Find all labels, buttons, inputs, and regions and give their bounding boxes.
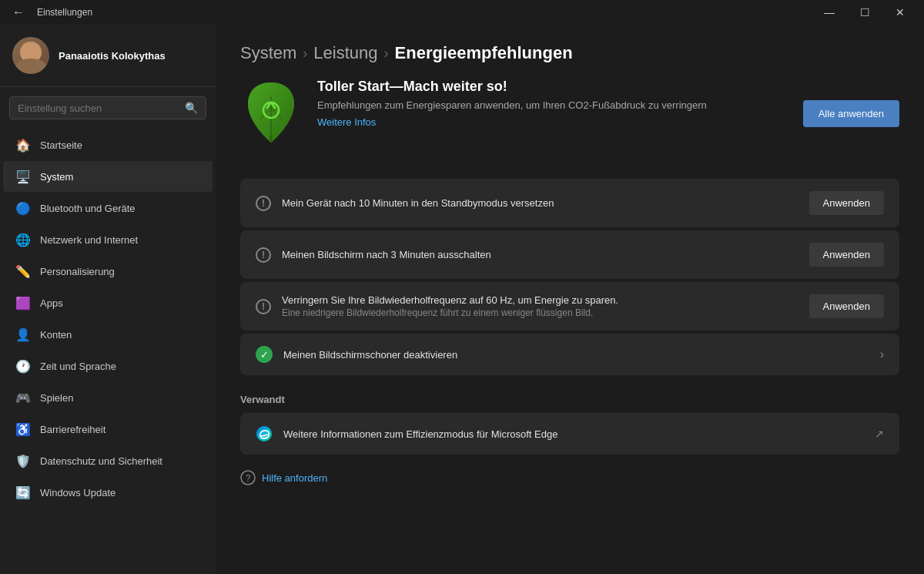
sidebar-item-barrierefreiheit[interactable]: ♿ Barrierefreiheit xyxy=(3,414,213,445)
hero-text: Toller Start—Mach weiter so! Empfehlunge… xyxy=(317,79,788,128)
nav-icon-system: 🖥️ xyxy=(15,169,31,184)
nav-icon-konten: 👤 xyxy=(15,327,31,342)
nav-label-bluetooth: Bluetooth und Geräte xyxy=(40,203,136,214)
related-item-edge[interactable]: Weitere Informationen zum Effizienzmodus… xyxy=(240,413,899,455)
external-link-icon: ↗ xyxy=(875,428,884,440)
maximize-button[interactable]: ☐ xyxy=(847,0,882,25)
close-button[interactable]: ✕ xyxy=(882,0,918,25)
content-area: System›Leistung›Energieempfehlungen xyxy=(216,25,924,574)
hero-description: Empfehlungen zum Energiesparen anwenden,… xyxy=(317,99,788,111)
leaf-icon xyxy=(244,81,298,146)
sidebar-item-konten[interactable]: 👤 Konten xyxy=(3,319,213,350)
nav-label-zeit: Zeit und Sprache xyxy=(40,361,116,372)
sidebar-item-netzwerk[interactable]: 🌐 Netzwerk und Internet xyxy=(3,224,213,255)
rec-text: Meinen Bildschirm nach 3 Minuten ausscha… xyxy=(282,249,798,260)
hero-link[interactable]: Weitere Infos xyxy=(317,116,376,128)
rec-item-bildschirm-aus: ! Meinen Bildschirm nach 3 Minuten aussc… xyxy=(240,230,899,279)
apply-all-button[interactable]: Alle anwenden xyxy=(803,100,899,127)
nav-icon-personalisierung: ✏️ xyxy=(15,264,31,279)
nav-label-datenschutz: Datenschutz und Sicherheit xyxy=(40,455,162,467)
check-icon: ✓ xyxy=(256,346,273,363)
rec-subtitle: Eine niedrigere Bildwiederholfrequenz fü… xyxy=(282,307,798,318)
nav-list: 🏠 Startseite 🖥️ System 🔵 Bluetooth und G… xyxy=(0,129,216,574)
breadcrumb-0[interactable]: System xyxy=(240,43,296,63)
rec-title: Meinen Bildschirmschoner deaktivieren xyxy=(283,349,869,361)
search-box[interactable]: 🔍 xyxy=(9,96,206,119)
nav-label-konten: Konten xyxy=(40,329,72,341)
nav-icon-windows-update: 🔄 xyxy=(15,485,31,500)
rec-item-bildschirmschoner[interactable]: ✓ Meinen Bildschirmschoner deaktivieren … xyxy=(240,334,899,375)
hero-title: Toller Start—Mach weiter so! xyxy=(317,79,788,95)
help-row: ? Hilfe anfordern xyxy=(240,470,899,485)
rec-item-bildwiederholung: ! Verringern Sie Ihre Bildwiederholfrequ… xyxy=(240,282,899,331)
user-profile: Panaaiotis Kolokythas xyxy=(0,25,216,87)
nav-label-spielen: Spielen xyxy=(40,392,73,404)
rec-text: Verringern Sie Ihre Bildwiederholfrequen… xyxy=(282,294,798,318)
breadcrumb-2: Energieempfehlungen xyxy=(395,43,573,63)
rec-text: Meinen Bildschirmschoner deaktivieren xyxy=(283,349,869,361)
rec-title: Meinen Bildschirm nach 3 Minuten ausscha… xyxy=(282,249,798,260)
sidebar-item-zeit[interactable]: 🕐 Zeit und Sprache xyxy=(3,351,213,381)
sidebar: Panaaiotis Kolokythas 🔍 🏠 Startseite 🖥️ … xyxy=(0,25,216,574)
help-icon: ? xyxy=(240,470,256,485)
hero-section: Toller Start—Mach weiter so! Empfehlunge… xyxy=(240,79,899,160)
warning-icon: ! xyxy=(256,196,271,211)
rec-apply-button[interactable]: Anwenden xyxy=(809,191,884,215)
breadcrumb-1[interactable]: Leistung xyxy=(313,43,377,63)
avatar xyxy=(12,37,49,74)
rec-apply-button[interactable]: Anwenden xyxy=(809,294,884,318)
sidebar-item-bluetooth[interactable]: 🔵 Bluetooth und Geräte xyxy=(3,193,213,223)
search-input[interactable] xyxy=(18,102,179,114)
nav-label-startseite: Startseite xyxy=(40,139,82,151)
nav-label-netzwerk: Netzwerk und Internet xyxy=(40,234,138,246)
nav-label-barrierefreiheit: Barrierefreiheit xyxy=(40,424,105,435)
rec-apply-button[interactable]: Anwenden xyxy=(809,243,884,267)
nav-icon-datenschutz: 🛡️ xyxy=(15,453,31,468)
nav-icon-zeit: 🕐 xyxy=(15,358,31,374)
titlebar-title: Einstellungen xyxy=(37,7,92,18)
search-icon: 🔍 xyxy=(185,102,198,114)
nav-label-windows-update: Windows Update xyxy=(40,487,116,498)
related-section: Verwandt xyxy=(240,394,899,455)
nav-label-system: System xyxy=(40,171,73,183)
related-title: Verwandt xyxy=(240,394,899,405)
svg-text:?: ? xyxy=(246,473,251,484)
sidebar-item-personalisierung[interactable]: ✏️ Personalisierung xyxy=(3,256,213,287)
titlebar: ← Einstellungen — ☐ ✕ xyxy=(0,0,924,25)
help-link[interactable]: Hilfe anfordern xyxy=(262,472,327,484)
breadcrumb-separator: › xyxy=(384,45,389,62)
nav-icon-bluetooth: 🔵 xyxy=(15,200,31,216)
sidebar-item-apps[interactable]: 🟪 Apps xyxy=(3,287,213,318)
chevron-right-icon: › xyxy=(880,347,884,361)
avatar-image xyxy=(12,37,49,74)
warning-icon: ! xyxy=(256,299,271,314)
rec-title: Mein Gerät nach 10 Minuten in den Standb… xyxy=(282,197,798,209)
sidebar-item-datenschutz[interactable]: 🛡️ Datenschutz und Sicherheit xyxy=(3,445,213,476)
warning-icon: ! xyxy=(256,247,271,263)
edge-icon xyxy=(256,425,273,442)
nav-icon-netzwerk: 🌐 xyxy=(15,232,31,247)
rec-text: Mein Gerät nach 10 Minuten in den Standb… xyxy=(282,197,798,209)
main-layout: Panaaiotis Kolokythas 🔍 🏠 Startseite 🖥️ … xyxy=(0,25,924,574)
sidebar-item-windows-update[interactable]: 🔄 Windows Update xyxy=(3,477,213,508)
recommendations-list: ! Mein Gerät nach 10 Minuten in den Stan… xyxy=(240,179,899,375)
titlebar-controls: — ☐ ✕ xyxy=(812,0,918,25)
related-item-text: Weitere Informationen zum Effizienzmodus… xyxy=(283,428,864,440)
breadcrumb: System›Leistung›Energieempfehlungen xyxy=(240,43,899,63)
nav-icon-startseite: 🏠 xyxy=(15,137,31,153)
titlebar-left: ← Einstellungen xyxy=(6,2,92,22)
nav-icon-barrierefreiheit: ♿ xyxy=(15,421,31,437)
hero-icon xyxy=(240,79,302,148)
minimize-button[interactable]: — xyxy=(812,0,847,25)
nav-label-personalisierung: Personalisierung xyxy=(40,266,115,277)
back-button[interactable]: ← xyxy=(6,2,31,22)
sidebar-item-spielen[interactable]: 🎮 Spielen xyxy=(3,382,213,413)
rec-title: Verringern Sie Ihre Bildwiederholfrequen… xyxy=(282,294,798,306)
sidebar-item-system[interactable]: 🖥️ System xyxy=(3,161,213,192)
sidebar-item-startseite[interactable]: 🏠 Startseite xyxy=(3,129,213,160)
nav-label-apps: Apps xyxy=(40,297,63,309)
rec-item-standby: ! Mein Gerät nach 10 Minuten in den Stan… xyxy=(240,179,899,227)
nav-icon-spielen: 🎮 xyxy=(15,390,31,405)
breadcrumb-separator: › xyxy=(303,45,307,62)
nav-icon-apps: 🟪 xyxy=(15,295,31,310)
